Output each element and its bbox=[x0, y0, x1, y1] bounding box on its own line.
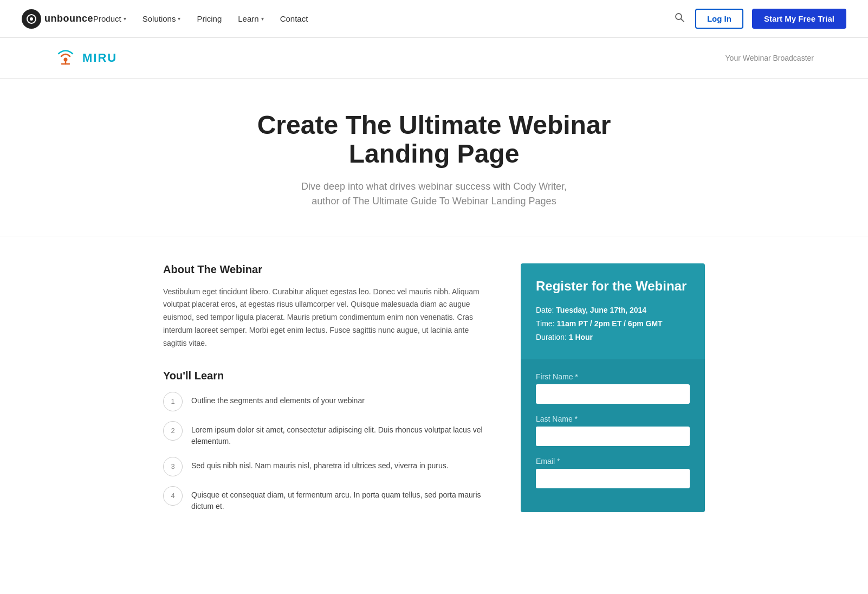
last-name-label: Last Name * bbox=[536, 415, 690, 423]
register-details: Date: Tuesday, June 17th, 2014 Time: 11a… bbox=[536, 304, 690, 345]
login-button[interactable]: Log In bbox=[695, 9, 743, 29]
first-name-group: First Name * bbox=[536, 372, 690, 404]
about-body: Vestibulum eget tincidunt libero. Curabi… bbox=[163, 286, 488, 350]
miru-icon bbox=[54, 46, 77, 70]
register-form: First Name * Last Name * Email * bbox=[521, 359, 705, 512]
unbounce-logo[interactable]: unbounce bbox=[22, 9, 93, 29]
nav-links: Product ▾ Solutions ▾ Pricing Learn ▾ Co… bbox=[93, 14, 672, 23]
nav-learn[interactable]: Learn ▾ bbox=[238, 14, 263, 23]
learn-item-1: 1 Outline the segments and elements of y… bbox=[163, 392, 488, 411]
learn-num-3: 3 bbox=[163, 457, 183, 476]
learn-text-4: Quisque et consequat diam, ut fermentum … bbox=[191, 486, 488, 512]
nav-solutions[interactable]: Solutions ▾ bbox=[142, 14, 181, 23]
register-panel: Register for the Webinar Date: Tuesday, … bbox=[521, 263, 705, 513]
learn-list: 1 Outline the segments and elements of y… bbox=[163, 392, 488, 512]
nav-product[interactable]: Product ▾ bbox=[93, 14, 126, 23]
hero-subtitle: Dive deep into what drives webinar succe… bbox=[212, 179, 656, 209]
learn-item-4: 4 Quisque et consequat diam, ut fermentu… bbox=[163, 486, 488, 512]
register-duration: Duration: 1 Hour bbox=[536, 331, 690, 344]
nav-pricing[interactable]: Pricing bbox=[197, 14, 222, 23]
email-group: Email * bbox=[536, 457, 690, 488]
main-nav: unbounce Product ▾ Solutions ▾ Pricing L… bbox=[0, 0, 868, 38]
product-chevron-icon: ▾ bbox=[124, 16, 126, 22]
first-name-input[interactable] bbox=[536, 384, 690, 404]
learn-num-1: 1 bbox=[163, 392, 183, 411]
learn-heading: You'll Learn bbox=[163, 370, 488, 382]
brand-name: MIRU bbox=[82, 51, 117, 65]
email-label: Email * bbox=[536, 457, 690, 466]
last-name-input[interactable] bbox=[536, 427, 690, 446]
logo-wordmark: unbounce bbox=[44, 13, 93, 24]
learn-item-3: 3 Sed quis nibh nisl. Nam mauris nisl, p… bbox=[163, 457, 488, 476]
brand-logo: MIRU bbox=[54, 46, 117, 70]
email-input[interactable] bbox=[536, 469, 690, 488]
main-content: About The Webinar Vestibulum eget tincid… bbox=[109, 236, 759, 540]
content-left: About The Webinar Vestibulum eget tincid… bbox=[163, 263, 488, 512]
learn-text-2: Lorem ipsum dolor sit amet, consectetur … bbox=[191, 421, 488, 447]
svg-line-3 bbox=[681, 19, 684, 22]
logo-icon bbox=[22, 9, 41, 29]
svg-point-2 bbox=[676, 14, 682, 20]
search-button[interactable] bbox=[672, 10, 686, 27]
learn-text-3: Sed quis nibh nisl. Nam mauris nisl, pha… bbox=[191, 457, 449, 472]
learn-text-1: Outline the segments and elements of you… bbox=[191, 392, 365, 406]
register-top: Register for the Webinar Date: Tuesday, … bbox=[521, 263, 705, 360]
nav-contact[interactable]: Contact bbox=[280, 14, 308, 23]
last-name-group: Last Name * bbox=[536, 415, 690, 446]
learn-item-2: 2 Lorem ipsum dolor sit amet, consectetu… bbox=[163, 421, 488, 447]
hero-section: Create The Ultimate Webinar Landing Page… bbox=[190, 79, 678, 236]
learn-num-4: 4 bbox=[163, 486, 183, 506]
register-date: Date: Tuesday, June 17th, 2014 bbox=[536, 304, 690, 317]
first-name-label: First Name * bbox=[536, 372, 690, 381]
search-icon bbox=[675, 12, 684, 22]
solutions-chevron-icon: ▾ bbox=[178, 16, 180, 22]
register-title: Register for the Webinar bbox=[536, 279, 690, 294]
nav-right: Log In Start My Free Trial bbox=[672, 9, 846, 29]
svg-point-1 bbox=[30, 17, 33, 21]
about-heading: About The Webinar bbox=[163, 263, 488, 276]
brand-bar: MIRU Your Webinar Broadcaster bbox=[0, 38, 868, 79]
register-time: Time: 11am PT / 2pm ET / 6pm GMT bbox=[536, 317, 690, 331]
learn-chevron-icon: ▾ bbox=[261, 16, 264, 22]
trial-button[interactable]: Start My Free Trial bbox=[752, 9, 846, 29]
learn-num-2: 2 bbox=[163, 421, 183, 441]
hero-title: Create The Ultimate Webinar Landing Page bbox=[212, 111, 656, 169]
brand-tagline: Your Webinar Broadcaster bbox=[726, 54, 814, 62]
